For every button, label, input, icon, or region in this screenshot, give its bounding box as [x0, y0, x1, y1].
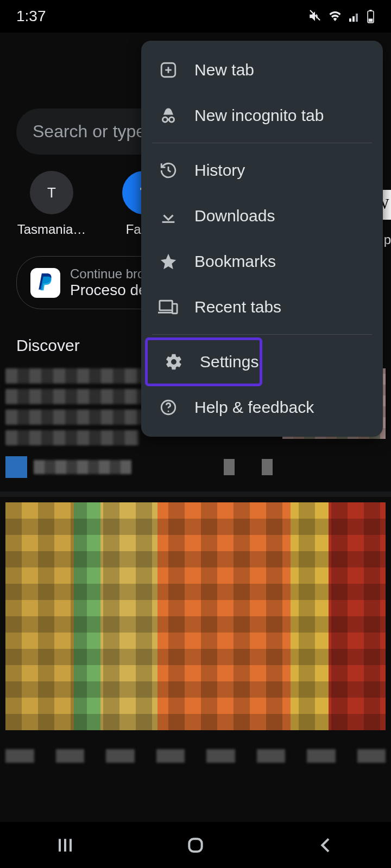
plus-box-icon — [157, 59, 179, 81]
help-icon — [157, 397, 179, 418]
menu-label: New tab — [194, 61, 254, 79]
menu-label: Bookmarks — [194, 252, 276, 271]
svg-rect-2 — [369, 18, 373, 22]
menu-help-feedback[interactable]: Help & feedback — [141, 385, 383, 430]
back-icon — [315, 834, 337, 856]
recents-button[interactable] — [54, 834, 76, 856]
star-icon — [157, 251, 179, 272]
menu-bookmarks[interactable]: Bookmarks — [141, 239, 383, 284]
download-icon — [157, 205, 179, 227]
signal-icon — [348, 10, 361, 23]
status-bar: 1:37 — [0, 0, 391, 33]
mute-icon — [308, 9, 322, 23]
menu-label: Help & feedback — [194, 398, 314, 417]
history-icon — [157, 159, 179, 181]
menu-label: History — [194, 161, 245, 180]
news-card-2-meta-pixelated — [5, 749, 386, 763]
menu-label: Downloads — [194, 207, 275, 225]
menu-new-tab[interactable]: New tab — [141, 47, 383, 93]
svg-rect-1 — [369, 10, 371, 11]
svg-point-14 — [168, 411, 169, 412]
search-placeholder: Search or type — [33, 122, 146, 142]
gear-icon — [163, 351, 185, 373]
svg-point-6 — [163, 117, 168, 122]
menu-label: Settings — [200, 353, 258, 371]
incognito-icon — [157, 105, 179, 126]
news-source-pixelated — [34, 460, 131, 474]
menu-divider — [152, 334, 372, 335]
recents-icon — [54, 834, 76, 856]
menu-history[interactable]: History — [141, 148, 383, 193]
battery-icon — [367, 9, 375, 23]
wifi-icon — [327, 10, 343, 23]
shortcut-avatar: T — [30, 171, 73, 214]
menu-label: Recent tabs — [194, 298, 281, 316]
menu-divider — [152, 143, 372, 143]
shortcut-tasmania[interactable]: T Tasmania… — [16, 171, 87, 237]
svg-rect-10 — [160, 301, 172, 310]
home-button[interactable] — [185, 834, 206, 856]
news-source-icon — [5, 456, 27, 478]
menu-label: New incognito tab — [194, 106, 324, 125]
home-icon — [185, 834, 206, 856]
status-time: 1:37 — [16, 8, 46, 25]
svg-rect-12 — [172, 304, 177, 314]
overflow-menu: New tab New incognito tab History Downlo… — [141, 41, 383, 437]
menu-downloads[interactable]: Downloads — [141, 193, 383, 239]
navigation-bar — [0, 822, 391, 868]
news-card-2-image-pixelated[interactable] — [5, 502, 386, 730]
back-button[interactable] — [315, 834, 337, 856]
card-separator — [0, 492, 391, 497]
devices-icon — [157, 296, 179, 318]
svg-point-7 — [169, 117, 174, 122]
news-meta — [5, 456, 273, 478]
menu-new-incognito-tab[interactable]: New incognito tab — [141, 93, 383, 138]
status-icons — [308, 9, 375, 23]
menu-recent-tabs[interactable]: Recent tabs — [141, 284, 383, 330]
paypal-icon — [30, 268, 60, 298]
shortcut-label: Tasmania… — [17, 222, 86, 237]
svg-rect-18 — [189, 839, 201, 851]
news-card-actions[interactable] — [224, 459, 273, 475]
menu-settings[interactable]: Settings — [147, 339, 261, 385]
